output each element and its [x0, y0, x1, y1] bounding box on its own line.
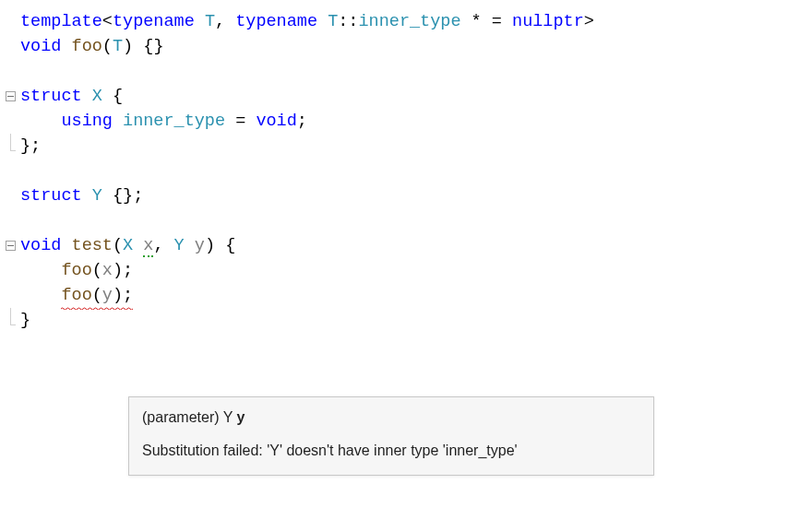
keyword-struct: struct: [20, 87, 82, 106]
code-line[interactable]: template<typename T, typename T::inner_t…: [0, 9, 812, 34]
keyword-typename: typename: [235, 12, 317, 31]
gutter: [0, 233, 20, 251]
blank-line[interactable]: [0, 159, 812, 183]
keyword-void: void: [20, 236, 61, 255]
code-line[interactable]: foo(x);: [0, 258, 812, 283]
code-line[interactable]: using inner_type = void;: [0, 109, 812, 134]
alias-name: inner_type: [123, 112, 225, 131]
gutter: [0, 84, 20, 101]
type-param: T: [205, 12, 215, 31]
code-line[interactable]: void foo(T) {}: [0, 34, 812, 59]
error-squiggle[interactable]: foo(y);: [61, 283, 133, 308]
type-name: X: [92, 87, 102, 106]
blank-line[interactable]: [0, 59, 812, 84]
keyword-void: void: [20, 37, 61, 56]
code-line[interactable]: struct X {: [0, 84, 812, 109]
code-editor[interactable]: template<typename T, typename T::inner_t…: [0, 0, 812, 333]
fold-toggle-icon[interactable]: [6, 91, 16, 101]
function-name: test: [72, 236, 113, 255]
code-line[interactable]: }: [0, 308, 812, 333]
code-line[interactable]: foo(y);: [0, 283, 812, 308]
code-line[interactable]: struct Y {};: [0, 183, 812, 208]
fold-toggle-icon[interactable]: [6, 241, 16, 251]
tooltip-message: Substitution failed: 'Y' doesn't have in…: [142, 440, 640, 462]
keyword-typename: typename: [113, 12, 195, 31]
keyword-nullptr: nullptr: [512, 12, 584, 31]
tooltip-signature: (parameter) Y y: [142, 407, 640, 429]
code-line[interactable]: void test(X x, Y y) {: [0, 233, 812, 258]
keyword-using: using: [61, 112, 113, 131]
hover-tooltip: (parameter) Y y Substitution failed: 'Y'…: [128, 396, 654, 476]
keyword-template: template: [20, 12, 102, 31]
parameter: y: [195, 236, 205, 255]
function-name: foo: [72, 37, 102, 56]
keyword-void: void: [256, 112, 296, 131]
type-name: Y: [92, 186, 102, 206]
blank-line[interactable]: [0, 208, 812, 233]
keyword-struct: struct: [20, 186, 82, 206]
code-line[interactable]: };: [0, 134, 812, 159]
function-call: foo: [61, 286, 91, 305]
parameter: x: [143, 236, 153, 257]
dependent-type: inner_type: [358, 12, 460, 31]
function-call: foo: [61, 261, 91, 280]
